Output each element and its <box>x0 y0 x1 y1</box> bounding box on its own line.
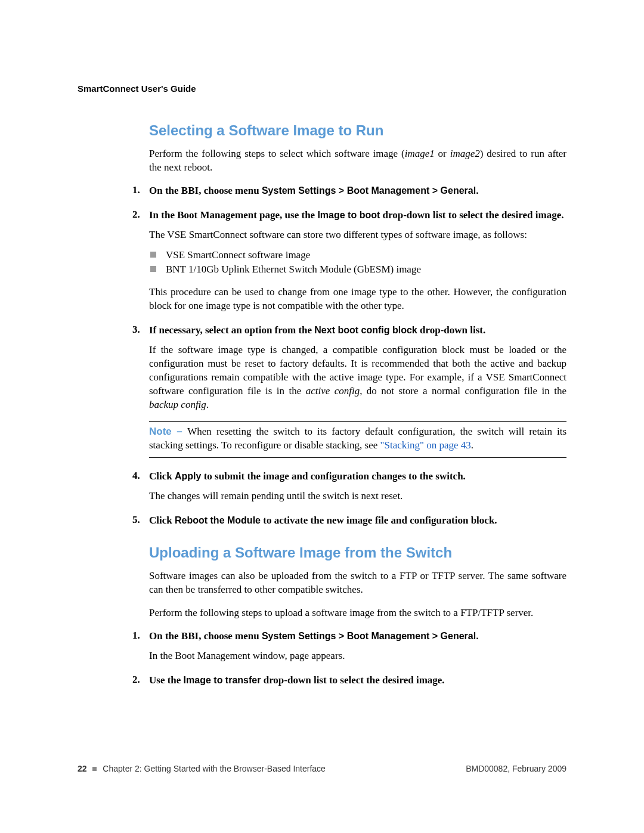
bold-text: drop-down list. <box>417 324 485 336</box>
ui-path: System Settings > Boot Management > Gene… <box>262 631 479 641</box>
italic-text: backup config <box>149 399 206 410</box>
step-number: 1. <box>132 184 149 198</box>
step-number: 3. <box>132 324 149 337</box>
step-text: On the BBI, choose menu System Settings … <box>149 184 566 198</box>
text: BNT 1/10Gb Uplink Ethernet Switch Module… <box>166 264 421 275</box>
square-separator-icon <box>92 767 97 771</box>
intro-paragraph: Perform the following steps to select wh… <box>149 147 566 175</box>
section-heading: Uploading a Software Image from the Swit… <box>149 544 566 561</box>
text: . <box>206 399 209 410</box>
bold-text: Use the <box>149 674 184 686</box>
step-number: 5. <box>132 514 149 528</box>
bold-text: drop-down list to select the desired ima… <box>380 209 564 221</box>
step-number: 2. <box>132 674 149 688</box>
step-text: Use the Image to transfer drop-down list… <box>149 674 566 688</box>
chapter-title: Chapter 2: Getting Started with the Brow… <box>103 764 326 773</box>
list-item: BNT 1/10Gb Uplink Ethernet Switch Module… <box>149 262 566 277</box>
footer-left: 22 Chapter 2: Getting Started with the B… <box>78 764 326 773</box>
body-text: This procedure can be used to change fro… <box>149 286 566 313</box>
square-bullet-icon <box>150 266 156 272</box>
step-text: In the Boot Management page, use the Ima… <box>149 209 566 222</box>
bold-text: On the BBI, choose menu <box>149 630 262 642</box>
text: or <box>435 148 450 159</box>
page-footer: 22 Chapter 2: Getting Started with the B… <box>78 764 566 773</box>
body-text: The changes will remain pending until th… <box>149 490 566 503</box>
document-page: SmartConnect User's Guide Selecting a So… <box>0 0 644 833</box>
list-item: VSE SmartConnect software image <box>149 248 566 263</box>
bullet-list: VSE SmartConnect software image BNT 1/10… <box>149 248 566 277</box>
intro-paragraph: Software images can also be uploaded fro… <box>149 569 566 597</box>
step-2: 2. In the Boot Management page, use the … <box>149 209 566 313</box>
bold-text: to submit the image and configuration ch… <box>201 470 465 482</box>
bold-text: to activate the new image file and confi… <box>261 515 497 526</box>
running-header: SmartConnect User's Guide <box>78 83 566 94</box>
section-heading: Selecting a Software Image to Run <box>149 122 566 139</box>
cross-reference-link[interactable]: "Stacking" on page 43 <box>380 439 471 451</box>
page-number: 22 <box>78 764 87 773</box>
step-number: 4. <box>132 470 149 484</box>
note-label: Note – <box>149 426 187 437</box>
footer-right: BMD00082, February 2009 <box>466 764 566 773</box>
italic-text: image2 <box>450 148 480 159</box>
bold-text: If necessary, select an option from the <box>149 324 314 336</box>
ui-element: Reboot the Module <box>175 515 261 525</box>
step-text: Click Reboot the Module to activate the … <box>149 514 566 528</box>
note-callout: Note – When resetting the switch to its … <box>149 421 566 458</box>
body-text: In the Boot Management window, page appe… <box>149 649 566 663</box>
step-5: 5. Click Reboot the Module to activate t… <box>149 514 566 528</box>
note-text: When resetting the switch to its factory… <box>149 426 566 451</box>
main-content: Selecting a Software Image to Run Perfor… <box>149 122 566 688</box>
ui-element: Image to boot <box>317 210 380 220</box>
text: Perform the following steps to select wh… <box>149 148 405 159</box>
bold-text: drop-down list to select the desired ima… <box>261 674 444 686</box>
body-text: The VSE SmartConnect software can store … <box>149 228 566 242</box>
bold-text: Click <box>149 470 175 482</box>
ui-path: System Settings > Boot Management > Gene… <box>262 185 479 196</box>
step-3: 3. If necessary, select an option from t… <box>149 324 566 459</box>
bold-text: On the BBI, choose menu <box>149 185 262 196</box>
body-text: Perform the following steps to upload a … <box>149 606 566 620</box>
body-text: If the software image type is changed, a… <box>149 343 566 412</box>
italic-text: active config <box>306 385 360 397</box>
step-2: 2. Use the Image to transfer drop-down l… <box>149 674 566 688</box>
step-text: If necessary, select an option from the … <box>149 324 566 337</box>
step-number: 2. <box>132 209 149 222</box>
ui-element: Next boot config block <box>314 325 417 335</box>
step-text: Click Apply to submit the image and conf… <box>149 470 566 484</box>
step-4: 4. Click Apply to submit the image and c… <box>149 470 566 503</box>
step-1: 1. On the BBI, choose menu System Settin… <box>149 630 566 663</box>
bold-text: In the Boot Management page, use the <box>149 209 317 221</box>
ui-element: Image to transfer <box>184 675 261 685</box>
step-text: On the BBI, choose menu System Settings … <box>149 630 566 643</box>
text: VSE SmartConnect software image <box>166 249 310 261</box>
italic-text: image1 <box>405 148 435 159</box>
square-bullet-icon <box>150 252 156 258</box>
step-number: 1. <box>132 630 149 643</box>
ui-element: Apply <box>175 471 201 481</box>
step-1: 1. On the BBI, choose menu System Settin… <box>149 184 566 198</box>
note-text: . <box>471 439 473 451</box>
bold-text: Click <box>149 515 175 526</box>
text: , do not store a normal configuration fi… <box>360 385 566 397</box>
